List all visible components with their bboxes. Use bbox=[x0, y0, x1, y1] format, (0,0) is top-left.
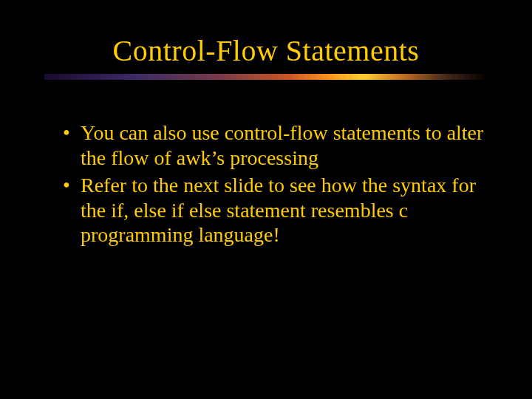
title-underline bbox=[44, 74, 488, 80]
bullet-item: Refer to the next slide to see how the s… bbox=[63, 173, 484, 248]
slide-title: Control-Flow Statements bbox=[44, 33, 488, 68]
bullet-list: You can also use control-flow statements… bbox=[63, 120, 484, 248]
bullet-item: You can also use control-flow statements… bbox=[63, 120, 484, 170]
slide: Control-Flow Statements You can also use… bbox=[0, 0, 532, 399]
slide-content: You can also use control-flow statements… bbox=[44, 120, 488, 248]
